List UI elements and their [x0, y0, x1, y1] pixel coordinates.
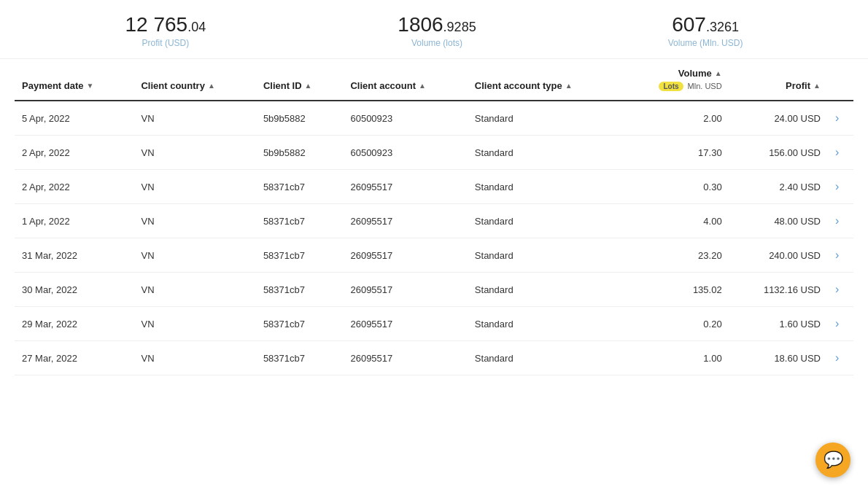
table-header-row: Payment date ▼ Client country ▲ Client I…	[15, 59, 853, 101]
cell-expand[interactable]: ›	[828, 101, 853, 136]
volume-lots-label: Volume (lots)	[398, 38, 476, 48]
cell-client-account: 26095517	[343, 307, 467, 341]
table-row: 1 Apr, 2022 VN 58371cb7 26095517 Standar…	[15, 204, 853, 238]
col-client-account[interactable]: Client account ▲	[343, 59, 467, 101]
cell-client-country: VN	[133, 101, 255, 136]
expand-row-icon[interactable]: ›	[835, 214, 839, 227]
cell-profit: 240.00 USD	[729, 238, 828, 273]
sort-payment-date-icon: ▼	[87, 82, 94, 90]
expand-row-icon[interactable]: ›	[835, 249, 839, 261]
cell-payment-date: 31 Mar, 2022	[15, 238, 133, 273]
table-row: 2 Apr, 2022 VN 5b9b5882 60500923 Standar…	[15, 136, 853, 170]
summary-profit: 12 765.04 Profit (USD)	[125, 13, 206, 48]
expand-row-icon[interactable]: ›	[835, 146, 839, 158]
cell-client-id: 58371cb7	[256, 273, 344, 307]
expand-row-icon[interactable]: ›	[835, 351, 839, 364]
col-client-country[interactable]: Client country ▲	[133, 59, 255, 101]
cell-profit: 1132.16 USD	[729, 273, 828, 307]
cell-client-country: VN	[133, 136, 255, 170]
cell-client-country: VN	[133, 341, 255, 375]
col-volume[interactable]: Volume ▲ Lots Mln. USD	[622, 59, 729, 101]
table-row: 30 Mar, 2022 VN 58371cb7 26095517 Standa…	[15, 273, 853, 307]
col-profit[interactable]: Profit ▲	[729, 59, 828, 101]
cell-account-type: Standard	[468, 238, 622, 273]
cell-client-account: 26095517	[343, 273, 467, 307]
cell-client-account: 26095517	[343, 341, 467, 375]
sort-client-account-icon: ▲	[419, 82, 426, 90]
table-row: 2 Apr, 2022 VN 58371cb7 26095517 Standar…	[15, 170, 853, 204]
table-container: Payment date ▼ Client country ▲ Client I…	[0, 59, 868, 375]
cell-volume: 17.30	[622, 136, 729, 170]
cell-volume: 2.00	[622, 101, 729, 136]
cell-client-account: 26095517	[343, 238, 467, 273]
volume-mln-label: Volume (Mln. USD)	[668, 38, 743, 48]
table-row: 31 Mar, 2022 VN 58371cb7 26095517 Standa…	[15, 238, 853, 273]
cell-volume: 23.20	[622, 238, 729, 273]
sort-client-id-icon: ▲	[305, 82, 312, 90]
cell-payment-date: 2 Apr, 2022	[15, 170, 133, 204]
cell-client-id: 5b9b5882	[256, 136, 344, 170]
cell-profit: 48.00 USD	[729, 204, 828, 238]
cell-client-account: 60500923	[343, 101, 467, 136]
mln-label: Mln. USD	[688, 82, 722, 91]
cell-payment-date: 1 Apr, 2022	[15, 204, 133, 238]
cell-client-account: 26095517	[343, 204, 467, 238]
cell-volume: 0.20	[622, 307, 729, 341]
cell-client-country: VN	[133, 170, 255, 204]
col-payment-date[interactable]: Payment date ▼	[15, 59, 133, 101]
col-client-id[interactable]: Client ID ▲	[256, 59, 344, 101]
cell-client-id: 58371cb7	[256, 307, 344, 341]
profit-label: Profit (USD)	[125, 38, 206, 48]
cell-expand[interactable]: ›	[828, 170, 853, 204]
cell-client-account: 26095517	[343, 170, 467, 204]
cell-profit: 1.60 USD	[729, 307, 828, 341]
cell-profit: 18.60 USD	[729, 341, 828, 375]
table-row: 27 Mar, 2022 VN 58371cb7 26095517 Standa…	[15, 341, 853, 375]
cell-profit: 2.40 USD	[729, 170, 828, 204]
cell-expand[interactable]: ›	[828, 307, 853, 341]
cell-client-country: VN	[133, 307, 255, 341]
cell-volume: 4.00	[622, 204, 729, 238]
cell-expand[interactable]: ›	[828, 136, 853, 170]
cell-client-account: 60500923	[343, 136, 467, 170]
cell-volume: 1.00	[622, 341, 729, 375]
data-table: Payment date ▼ Client country ▲ Client I…	[15, 59, 853, 375]
cell-account-type: Standard	[468, 204, 622, 238]
volume-mln-decimal: .3261	[706, 20, 739, 34]
cell-account-type: Standard	[468, 341, 622, 375]
cell-expand[interactable]: ›	[828, 204, 853, 238]
cell-client-country: VN	[133, 204, 255, 238]
expand-row-icon[interactable]: ›	[835, 112, 839, 124]
cell-payment-date: 5 Apr, 2022	[15, 101, 133, 136]
cell-profit: 156.00 USD	[729, 136, 828, 170]
volume-lots-decimal: .9285	[443, 20, 476, 34]
cell-client-id: 5b9b5882	[256, 101, 344, 136]
cell-client-id: 58371cb7	[256, 341, 344, 375]
cell-profit: 24.00 USD	[729, 101, 828, 136]
cell-account-type: Standard	[468, 101, 622, 136]
summary-bar: 12 765.04 Profit (USD) 1806.9285 Volume …	[0, 0, 868, 59]
expand-row-icon[interactable]: ›	[835, 283, 839, 295]
expand-row-icon[interactable]: ›	[835, 180, 839, 192]
cell-account-type: Standard	[468, 136, 622, 170]
table-body: 5 Apr, 2022 VN 5b9b5882 60500923 Standar…	[15, 101, 853, 375]
cell-account-type: Standard	[468, 307, 622, 341]
cell-expand[interactable]: ›	[828, 273, 853, 307]
cell-volume: 135.02	[622, 273, 729, 307]
volume-lots-whole: 1806	[398, 13, 443, 36]
cell-expand[interactable]: ›	[828, 238, 853, 273]
col-expand	[828, 59, 853, 101]
expand-row-icon[interactable]: ›	[835, 317, 839, 330]
sort-volume-icon: ▲	[715, 69, 722, 77]
cell-account-type: Standard	[468, 273, 622, 307]
sort-profit-icon: ▲	[813, 82, 821, 90]
cell-volume: 0.30	[622, 170, 729, 204]
cell-payment-date: 2 Apr, 2022	[15, 136, 133, 170]
cell-payment-date: 27 Mar, 2022	[15, 341, 133, 375]
cell-client-country: VN	[133, 273, 255, 307]
cell-expand[interactable]: ›	[828, 341, 853, 375]
volume-mln-whole: 607	[672, 13, 706, 36]
cell-client-country: VN	[133, 238, 255, 273]
col-account-type[interactable]: Client account type ▲	[468, 59, 622, 101]
cell-payment-date: 29 Mar, 2022	[15, 307, 133, 341]
